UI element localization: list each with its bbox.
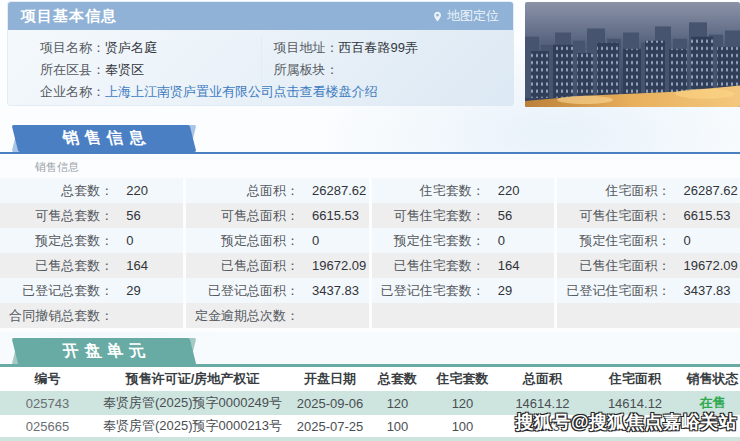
sales-row: 可售总套数：56 可售总面积：6615.53 可售住宅套数：56 可售住宅面积：… <box>0 203 740 228</box>
stat-value: 26287.62 <box>299 183 368 198</box>
cell-permit: 奉贤房管(2025)预字0000249号 <box>95 394 290 412</box>
sales-info-section: 销售信息 总套数：220 总面积：26287.62 住宅套数：220 住宅面积：… <box>0 152 740 332</box>
map-locate-link[interactable]: 地图定位 <box>432 7 499 25</box>
stat-label: 预定住宅面积： <box>557 232 670 250</box>
cell-open-date: 2025-09-06 <box>290 396 370 411</box>
stat-label: 已登记住宅套数： <box>372 282 485 300</box>
sales-info-tab: 销售信息 <box>15 125 193 152</box>
stat-label: 合同撤销总套数： <box>0 307 113 325</box>
stat-value: 29 <box>113 283 182 298</box>
field-district: 所在区县：奉贤区 <box>40 59 261 81</box>
opening-section-title: 开盘单元 <box>54 341 153 362</box>
stat-label: 已售住宅面积： <box>557 257 670 275</box>
cell-residential-units: 120 <box>425 396 500 411</box>
stat-value: 19672.09 <box>671 258 740 273</box>
stat-label: 已登记总套数： <box>0 282 113 300</box>
stat-label: 可售住宅套数： <box>372 207 485 225</box>
col-header-open-date: 开盘日期 <box>290 370 370 388</box>
stat-label: 住宅面积： <box>557 182 670 200</box>
stat-value: 56 <box>485 208 554 223</box>
cell-total-units: 100 <box>370 419 425 434</box>
sales-section-title: 销售信息 <box>54 128 153 149</box>
sales-row: 合同撤销总套数： 定金逾期总次数： <box>0 303 740 328</box>
field-value: 贤庐名庭 <box>105 40 157 55</box>
stat-label: 已登记住宅面积： <box>557 282 670 300</box>
stat-value: 19672.09 <box>299 258 368 273</box>
stat-value: 164 <box>113 258 182 273</box>
field-label: 所在区县： <box>40 62 105 77</box>
stat-label: 可售住宅面积： <box>557 207 670 225</box>
field-value: 奉贤区 <box>105 62 144 77</box>
stat-value: 3437.83 <box>671 283 740 298</box>
stat-value: 0 <box>485 233 554 248</box>
cell-id: 025743 <box>0 396 95 411</box>
project-info-right-column: 项目地址：西百春路99弄 所属板块： 点击查看楼盘介绍 <box>261 37 514 103</box>
sales-row: 总套数：220 总面积：26287.62 住宅套数：220 住宅面积：26287… <box>0 178 740 203</box>
cell-residential-area: 14614.12 <box>585 396 685 411</box>
stat-label: 已售总套数： <box>0 257 113 275</box>
stat-label: 已登记总面积： <box>186 282 299 300</box>
stat-label: 可售总面积： <box>186 207 299 225</box>
project-info-body: 项目名称：贤庐名庭 所在区县：奉贤区 企业名称：上海上江南贤庐置业有限公司 项目… <box>8 30 513 103</box>
col-header-id: 编号 <box>0 370 95 388</box>
stat-value: 3437.83 <box>299 283 368 298</box>
stat-value: 29 <box>485 283 554 298</box>
stat-label: 总面积： <box>186 182 299 200</box>
project-info-header: 项目基本信息 地图定位 <box>8 2 513 30</box>
project-photo <box>525 2 740 107</box>
field-address: 项目地址：西百春路99弄 <box>274 37 514 59</box>
field-project-name: 项目名称：贤庐名庭 <box>40 37 261 59</box>
cell-total-units: 120 <box>370 396 425 411</box>
stat-value: 0 <box>671 233 740 248</box>
stat-value: 56 <box>113 208 182 223</box>
col-header-residential-area: 住宅面积 <box>585 370 685 388</box>
sales-sub-label: 销售信息 <box>0 154 740 178</box>
stat-value: 220 <box>485 183 554 198</box>
opening-units-tab: 开盘单元 <box>15 338 193 365</box>
company-link[interactable]: 上海上江南贤庐置业有限公司 <box>105 84 274 99</box>
watermark-text: 搜狐号@搜狐焦点嘉峪关站 <box>515 410 737 434</box>
map-pin-icon <box>432 10 443 23</box>
view-building-intro-link[interactable]: 点击查看楼盘介绍 <box>274 84 378 99</box>
table-bottom-strip <box>0 437 740 441</box>
field-label: 所属板块： <box>274 62 339 77</box>
field-plate: 所属板块： <box>274 59 514 81</box>
stat-value: 26287.62 <box>671 183 740 198</box>
stat-label: 住宅套数： <box>372 182 485 200</box>
table-header-row: 编号 预售许可证/房地产权证 开盘日期 总套数 住宅套数 总面积 住宅面积 销售… <box>0 367 740 391</box>
stat-label: 可售总套数： <box>0 207 113 225</box>
stat-value: 0 <box>113 233 182 248</box>
project-info-left-column: 项目名称：贤庐名庭 所在区县：奉贤区 企业名称：上海上江南贤庐置业有限公司 <box>8 37 261 103</box>
field-label: 项目名称： <box>40 40 105 55</box>
field-label: 项目地址： <box>274 40 339 55</box>
page-title: 项目基本信息 <box>21 7 117 26</box>
stat-value: 6615.53 <box>299 208 368 223</box>
field-label: 企业名称： <box>40 84 105 99</box>
sales-row: 已登记总套数：29 已登记总面积：3437.83 已登记住宅套数：29 已登记住… <box>0 278 740 303</box>
stat-label: 已售总面积： <box>186 257 299 275</box>
stat-value: 0 <box>299 233 368 248</box>
col-header-total-units: 总套数 <box>370 370 425 388</box>
map-locate-label: 地图定位 <box>447 7 499 25</box>
project-info-panel: 项目基本信息 地图定位 项目名称：贤庐名庭 所在区县：奉贤区 企业名称：上海上江… <box>8 2 513 105</box>
stat-value: 220 <box>113 183 182 198</box>
col-header-residential-units: 住宅套数 <box>425 370 500 388</box>
field-company: 企业名称：上海上江南贤庐置业有限公司 <box>40 81 261 103</box>
cell-permit: 奉贤房管(2025)预字0000213号 <box>95 417 290 435</box>
cell-residential-units: 100 <box>425 419 500 434</box>
stat-label: 预定住宅套数： <box>372 232 485 250</box>
stat-label: 总套数： <box>0 182 113 200</box>
stat-value: 164 <box>485 258 554 273</box>
field-value: 西百春路99弄 <box>339 40 418 55</box>
col-header-permit: 预售许可证/房地产权证 <box>95 370 290 388</box>
cell-id: 025665 <box>0 419 95 434</box>
col-header-total-area: 总面积 <box>500 370 585 388</box>
stat-label: 已售住宅套数： <box>372 257 485 275</box>
stat-label: 预定总面积： <box>186 232 299 250</box>
field-intro-link: 点击查看楼盘介绍 <box>274 81 514 103</box>
stat-label: 预定总套数： <box>0 232 113 250</box>
sales-row: 预定总套数：0 预定总面积：0 预定住宅套数：0 预定住宅面积：0 <box>0 228 740 253</box>
cell-total-area: 14614.12 <box>500 396 585 411</box>
sales-row: 已售总套数：164 已售总面积：19672.09 已售住宅套数：164 已售住宅… <box>0 253 740 278</box>
cell-open-date: 2025-07-25 <box>290 419 370 434</box>
